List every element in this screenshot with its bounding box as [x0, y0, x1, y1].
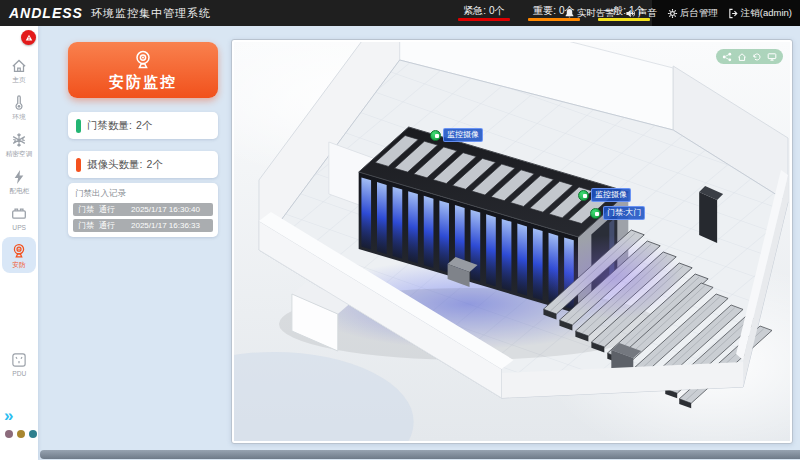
sidebar-item-power-cabinet-label: 配电柜 — [9, 187, 29, 195]
security-monitor-label: 安防监控 — [109, 73, 177, 92]
record-type: 门禁 — [73, 220, 99, 231]
home-view-icon[interactable] — [737, 52, 747, 62]
theme-dot-teal[interactable] — [29, 430, 37, 438]
top-header: ANDLESS 环境监控集中管理系统 紧急:0个 重要:0个 一般:1个 实时告… — [0, 0, 800, 26]
orange-accent-pill — [76, 158, 81, 172]
alert-badge[interactable] — [21, 30, 36, 45]
gear-icon — [667, 8, 678, 19]
alarm-urgent-count: 0个 — [489, 5, 505, 16]
share-icon[interactable] — [722, 52, 732, 62]
app-title: 环境监控集中管理系统 — [91, 6, 211, 21]
webcam-icon — [10, 242, 28, 260]
sidebar-nav: 主页 环境 精密空调 配电柜 UPS 安防 PDU » — [0, 26, 38, 460]
camera-count-card: 摄像头数量:2个 — [68, 151, 218, 178]
logout-button[interactable]: 注销(admin) — [728, 7, 792, 20]
sidebar-item-security[interactable]: 安防 — [2, 237, 36, 273]
door-marker-label: 门禁:大门 — [603, 206, 645, 220]
3d-scene[interactable]: 监控摄像 监控摄像 门禁:大门 — [234, 42, 790, 441]
socket-icon — [10, 351, 28, 369]
camera-marker-2[interactable]: 监控摄像 — [578, 188, 631, 202]
sidebar-expand-chevrons[interactable]: » — [4, 408, 13, 424]
record-time: 2025/1/17 16:36:33 — [131, 221, 213, 230]
camera-status-dot — [430, 130, 441, 141]
bell-icon — [564, 8, 575, 19]
datacenter-room-render — [234, 42, 790, 441]
lightning-icon — [10, 168, 28, 186]
battery-icon — [10, 205, 28, 223]
sidebar-item-security-label: 安防 — [12, 261, 25, 269]
sidebar-item-ups[interactable]: UPS — [2, 200, 36, 236]
sidebar-dots — [5, 430, 37, 438]
sidebar-item-precision-ac-label: 精密空调 — [6, 150, 33, 158]
sidebar-item-pdu[interactable]: PDU — [2, 346, 36, 382]
sidebar-item-home[interactable]: 主页 — [2, 52, 36, 88]
access-record-row[interactable]: 门禁 通行 2025/1/17 16:36:33 — [73, 219, 213, 232]
sound-button[interactable]: 声音 — [625, 7, 657, 20]
reset-view-icon[interactable] — [752, 52, 762, 62]
alarm-urgent-label: 紧急: — [463, 5, 486, 16]
sidebar-item-precision-ac[interactable]: 精密空调 — [2, 126, 36, 162]
home-icon — [10, 57, 28, 75]
admin-button[interactable]: 后台管理 — [667, 7, 718, 20]
alarm-urgent-underline — [458, 18, 510, 21]
speaker-icon — [625, 8, 636, 19]
camera-status-dot — [578, 190, 589, 201]
door-access-count-value: 2个 — [136, 119, 152, 133]
realtime-alarm-button[interactable]: 实时告警 — [564, 7, 615, 20]
sound-label: 声音 — [638, 7, 657, 20]
alarm-important-label: 重要: — [533, 5, 556, 16]
door-access-marker[interactable]: 门禁:大门 — [590, 206, 645, 220]
sidebar-item-home-label: 主页 — [12, 76, 25, 84]
sidebar-item-pdu-label: PDU — [12, 370, 26, 378]
horizontal-scrollbar[interactable] — [40, 450, 800, 459]
camera-count-value: 2个 — [146, 158, 162, 172]
brand-logo: ANDLESS — [0, 5, 91, 21]
scene-toolbar — [716, 49, 783, 64]
logout-icon — [728, 8, 739, 19]
sidebar-item-environment[interactable]: 环境 — [2, 89, 36, 125]
sidebar-item-ups-label: UPS — [12, 224, 26, 232]
door-access-count-card: 门禁数量:2个 — [68, 112, 218, 139]
alarm-counter-urgent[interactable]: 紧急:0个 — [458, 5, 510, 21]
camera-marker-label: 监控摄像 — [591, 188, 631, 202]
access-records-title: 门禁出入记录 — [75, 188, 213, 200]
security-monitor-button[interactable]: 安防监控 — [68, 42, 218, 98]
3d-room-viewport[interactable]: 监控摄像 监控摄像 门禁:大门 — [231, 39, 793, 444]
sidebar-item-power-cabinet[interactable]: 配电柜 — [2, 163, 36, 199]
record-type: 门禁 — [73, 204, 99, 215]
admin-label: 后台管理 — [680, 7, 718, 20]
camera-marker-label: 监控摄像 — [443, 128, 483, 142]
record-time: 2025/1/17 16:30:40 — [131, 205, 213, 214]
camera-count-label: 摄像头数量: — [87, 158, 142, 172]
access-record-row[interactable]: 门禁 通行 2025/1/17 16:30:40 — [73, 203, 213, 216]
alarm-counters: 紧急:0个 重要:0个 一般:1个 — [458, 0, 650, 26]
access-records-card: 门禁出入记录 门禁 通行 2025/1/17 16:30:40 门禁 通行 20… — [68, 183, 218, 237]
warning-triangle-icon — [24, 33, 34, 43]
door-status-dot — [590, 208, 601, 219]
fullscreen-icon[interactable] — [767, 52, 777, 62]
theme-dot-gold[interactable] — [17, 430, 25, 438]
theme-dot-mauve[interactable] — [5, 430, 13, 438]
door-access-count-label: 门禁数量: — [87, 119, 132, 133]
realtime-alarm-label: 实时告警 — [577, 7, 615, 20]
webcam-large-icon — [132, 49, 154, 71]
camera-marker-1[interactable]: 监控摄像 — [430, 128, 483, 142]
snowflake-icon — [10, 131, 28, 149]
sidebar-item-environment-label: 环境 — [12, 113, 25, 121]
header-actions: 实时告警 声音 后台管理 注销(admin) — [652, 0, 800, 26]
record-status: 通行 — [99, 204, 131, 215]
green-accent-pill — [76, 119, 81, 133]
logout-label: 注销(admin) — [741, 7, 792, 20]
thermometer-icon — [10, 94, 28, 112]
record-status: 通行 — [99, 220, 131, 231]
